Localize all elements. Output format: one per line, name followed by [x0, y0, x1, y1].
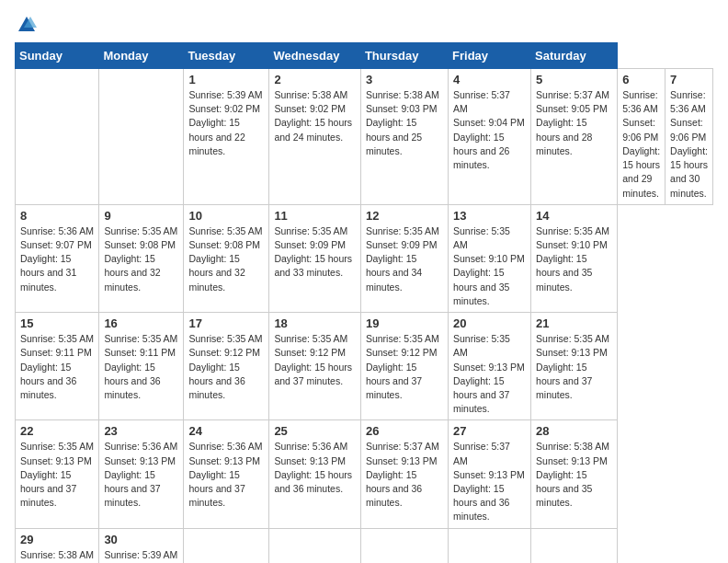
day-number: 30: [104, 533, 178, 546]
day-info: Sunrise: 5:39 AMSunset: 9:13 PMDaylight:…: [104, 549, 177, 563]
day-info: Sunrise: 5:38 AMSunset: 9:03 PMDaylight:…: [366, 89, 439, 156]
calendar-body: 1 Sunrise: 5:39 AMSunset: 9:02 PMDayligh…: [16, 69, 713, 564]
calendar-cell: 17 Sunrise: 5:35 AMSunset: 9:12 PMDaylig…: [184, 313, 269, 420]
calendar-week-row: 29 Sunrise: 5:38 AMSunset: 9:13 PMDaylig…: [16, 528, 713, 563]
day-info: Sunrise: 5:38 AMSunset: 9:13 PMDaylight:…: [536, 441, 609, 508]
day-info: Sunrise: 5:35 AMSunset: 9:10 PMDaylight:…: [536, 225, 609, 293]
calendar-cell: 9 Sunrise: 5:35 AMSunset: 9:08 PMDayligh…: [99, 204, 184, 312]
day-info: Sunrise: 5:35 AMSunset: 9:11 PMDaylight:…: [20, 333, 94, 400]
day-info: Sunrise: 5:38 AMSunset: 9:02 PMDaylight:…: [274, 89, 352, 143]
calendar-cell: 30 Sunrise: 5:39 AMSunset: 9:13 PMDaylig…: [99, 528, 184, 563]
calendar-cell: 15 Sunrise: 5:35 AMSunset: 9:11 PMDaylig…: [16, 313, 99, 420]
day-number: 8: [20, 209, 94, 223]
calendar-cell: 18 Sunrise: 5:35 AMSunset: 9:12 PMDaylig…: [269, 313, 361, 420]
weekday-header: Sunday: [16, 43, 99, 69]
day-number: 5: [536, 73, 612, 86]
calendar-cell: 4 Sunrise: 5:37 AMSunset: 9:04 PMDayligh…: [449, 69, 531, 205]
day-info: Sunrise: 5:39 AMSunset: 9:02 PMDaylight:…: [188, 89, 262, 156]
day-info: Sunrise: 5:36 AMSunset: 9:13 PMDaylight:…: [104, 441, 177, 508]
day-info: Sunrise: 5:37 AMSunset: 9:13 PMDaylight:…: [453, 441, 525, 522]
day-number: 28: [536, 424, 612, 438]
day-number: 23: [104, 424, 178, 438]
calendar-header-row: SundayMondayTuesdayWednesdayThursdayFrid…: [16, 43, 713, 69]
calendar-cell: 12 Sunrise: 5:35 AMSunset: 9:09 PMDaylig…: [360, 204, 448, 312]
day-info: Sunrise: 5:35 AMSunset: 9:12 PMDaylight:…: [188, 333, 262, 400]
day-number: 20: [453, 316, 526, 330]
calendar-cell: [531, 528, 618, 563]
day-info: Sunrise: 5:35 AMSunset: 9:09 PMDaylight:…: [366, 225, 439, 293]
day-info: Sunrise: 5:37 AMSunset: 9:05 PMDaylight:…: [536, 89, 609, 156]
day-number: 4: [453, 73, 526, 86]
day-number: 7: [670, 73, 708, 86]
day-info: Sunrise: 5:35 AMSunset: 9:13 PMDaylight:…: [536, 333, 609, 400]
day-number: 21: [536, 316, 612, 330]
day-info: Sunrise: 5:35 AMSunset: 9:09 PMDaylight:…: [274, 225, 352, 279]
calendar-cell: [269, 528, 361, 563]
day-number: 16: [104, 316, 178, 330]
day-number: 26: [366, 424, 443, 438]
calendar-cell: 27 Sunrise: 5:37 AMSunset: 9:13 PMDaylig…: [449, 420, 531, 528]
day-number: 19: [366, 316, 443, 330]
calendar-cell: 1 Sunrise: 5:39 AMSunset: 9:02 PMDayligh…: [184, 69, 269, 205]
day-number: 14: [536, 209, 612, 223]
calendar-cell: 22 Sunrise: 5:35 AMSunset: 9:13 PMDaylig…: [16, 420, 99, 528]
day-number: 11: [274, 209, 356, 223]
calendar-cell: 28 Sunrise: 5:38 AMSunset: 9:13 PMDaylig…: [531, 420, 618, 528]
calendar-cell: [16, 69, 99, 205]
day-info: Sunrise: 5:35 AMSunset: 9:11 PMDaylight:…: [104, 333, 177, 400]
day-info: Sunrise: 5:35 AMSunset: 9:13 PMDaylight:…: [453, 333, 525, 414]
calendar-week-row: 15 Sunrise: 5:35 AMSunset: 9:11 PMDaylig…: [16, 313, 713, 420]
day-info: Sunrise: 5:36 AMSunset: 9:13 PMDaylight:…: [188, 441, 262, 508]
calendar-cell: 13 Sunrise: 5:35 AMSunset: 9:10 PMDaylig…: [449, 204, 531, 312]
calendar-cell: 3 Sunrise: 5:38 AMSunset: 9:03 PMDayligh…: [360, 69, 448, 205]
day-number: 10: [188, 209, 264, 223]
calendar-week-row: 8 Sunrise: 5:36 AMSunset: 9:07 PMDayligh…: [16, 204, 713, 312]
weekday-header: Wednesday: [269, 43, 361, 69]
weekday-header: Friday: [449, 43, 531, 69]
day-info: Sunrise: 5:35 AMSunset: 9:10 PMDaylight:…: [453, 225, 525, 306]
day-number: 3: [366, 73, 443, 86]
calendar-cell: 6 Sunrise: 5:36 AMSunset: 9:06 PMDayligh…: [618, 69, 665, 205]
day-number: 29: [20, 533, 94, 546]
calendar-cell: 20 Sunrise: 5:35 AMSunset: 9:13 PMDaylig…: [449, 313, 531, 420]
weekday-header: Monday: [99, 43, 184, 69]
calendar-cell: 29 Sunrise: 5:38 AMSunset: 9:13 PMDaylig…: [16, 528, 99, 563]
day-number: 22: [20, 424, 94, 438]
calendar-cell: 11 Sunrise: 5:35 AMSunset: 9:09 PMDaylig…: [269, 204, 361, 312]
calendar-cell: 10 Sunrise: 5:35 AMSunset: 9:08 PMDaylig…: [184, 204, 269, 312]
day-info: Sunrise: 5:36 AMSunset: 9:06 PMDaylight:…: [622, 89, 660, 199]
header: [15, 15, 713, 35]
calendar-cell: 25 Sunrise: 5:36 AMSunset: 9:13 PMDaylig…: [269, 420, 361, 528]
day-info: Sunrise: 5:37 AMSunset: 9:13 PMDaylight:…: [366, 441, 439, 508]
day-info: Sunrise: 5:36 AMSunset: 9:07 PMDaylight:…: [20, 225, 94, 293]
weekday-header: Tuesday: [184, 43, 269, 69]
calendar-cell: 21 Sunrise: 5:35 AMSunset: 9:13 PMDaylig…: [531, 313, 618, 420]
calendar-cell: [360, 528, 448, 563]
day-number: 6: [622, 73, 660, 86]
day-number: 1: [188, 73, 264, 86]
calendar-cell: 5 Sunrise: 5:37 AMSunset: 9:05 PMDayligh…: [531, 69, 618, 205]
day-number: 2: [274, 73, 356, 86]
calendar-cell: 7 Sunrise: 5:36 AMSunset: 9:06 PMDayligh…: [665, 69, 713, 205]
calendar-cell: [184, 528, 269, 563]
day-info: Sunrise: 5:38 AMSunset: 9:13 PMDaylight:…: [20, 549, 94, 563]
calendar-week-row: 1 Sunrise: 5:39 AMSunset: 9:02 PMDayligh…: [16, 69, 713, 205]
calendar-cell: 23 Sunrise: 5:36 AMSunset: 9:13 PMDaylig…: [99, 420, 184, 528]
weekday-header: Saturday: [531, 43, 618, 69]
day-number: 25: [274, 424, 356, 438]
day-number: 27: [453, 424, 526, 438]
calendar-cell: 2 Sunrise: 5:38 AMSunset: 9:02 PMDayligh…: [269, 69, 361, 205]
logo-icon: [17, 15, 37, 35]
calendar-week-row: 22 Sunrise: 5:35 AMSunset: 9:13 PMDaylig…: [16, 420, 713, 528]
calendar-cell: 8 Sunrise: 5:36 AMSunset: 9:07 PMDayligh…: [16, 204, 99, 312]
day-info: Sunrise: 5:35 AMSunset: 9:12 PMDaylight:…: [274, 333, 352, 386]
day-number: 17: [188, 316, 264, 330]
day-number: 24: [188, 424, 264, 438]
day-info: Sunrise: 5:37 AMSunset: 9:04 PMDaylight:…: [453, 89, 525, 170]
calendar-cell: [449, 528, 531, 563]
day-info: Sunrise: 5:35 AMSunset: 9:13 PMDaylight:…: [20, 441, 94, 508]
calendar-table: SundayMondayTuesdayWednesdayThursdayFrid…: [15, 42, 713, 563]
calendar-cell: 26 Sunrise: 5:37 AMSunset: 9:13 PMDaylig…: [360, 420, 448, 528]
day-info: Sunrise: 5:35 AMSunset: 9:08 PMDaylight:…: [104, 225, 177, 293]
logo: [15, 15, 37, 35]
